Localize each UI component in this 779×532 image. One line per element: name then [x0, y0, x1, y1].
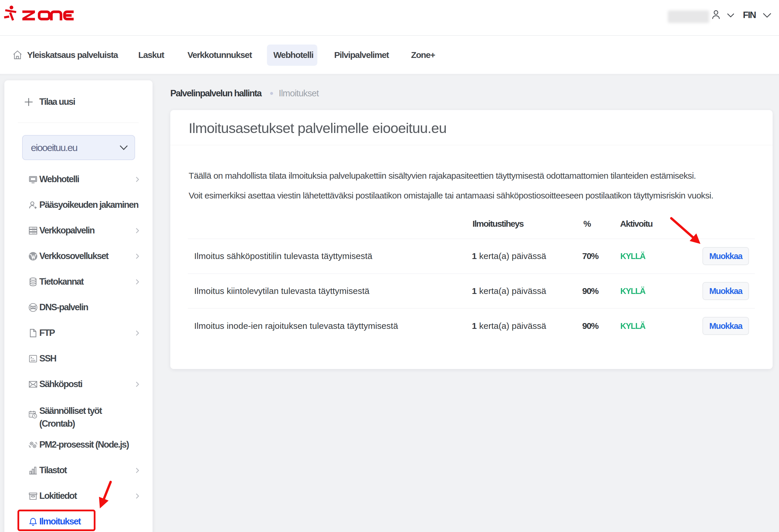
svg-text:DNS: DNS [31, 307, 35, 309]
svg-text:SSH: SSH [31, 359, 35, 361]
